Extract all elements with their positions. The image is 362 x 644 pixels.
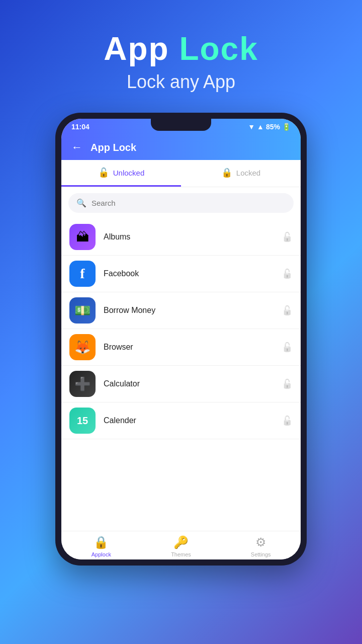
lock-icon[interactable]: 🔓	[282, 305, 293, 316]
status-icons: ▼ ▲ 85% 🔋	[248, 123, 291, 131]
settings-nav-icon: ⚙	[255, 535, 266, 549]
tab-locked[interactable]: 🔒 Locked	[181, 160, 301, 187]
settings-nav-label: Settings	[251, 551, 271, 557]
bottom-nav: 🔒 Applock 🔑 Themes ⚙ Settings	[61, 531, 301, 559]
app-name: Borrow Money	[104, 306, 282, 315]
hero-title-part2: Lock	[179, 31, 258, 67]
phone-frame: 11:04 ▼ ▲ 85% 🔋 ← App Lock 🔓 Unlocked 🔒 …	[55, 113, 307, 566]
applock-nav-icon: 🔒	[94, 535, 109, 549]
battery-icon: 🔋	[282, 123, 291, 131]
search-icon: 🔍	[76, 198, 86, 208]
app-header-title: App Lock	[90, 142, 136, 153]
search-input[interactable]	[92, 199, 286, 207]
hero-title-part1: App	[104, 31, 179, 67]
status-time: 11:04	[71, 123, 89, 131]
battery-level: 85%	[266, 123, 280, 131]
app-icon: 🏔	[69, 224, 96, 250]
list-item[interactable]: fFacebook🔓	[61, 256, 301, 292]
list-item[interactable]: 🏔Albums🔓	[61, 219, 301, 256]
app-icon: 💵	[69, 297, 96, 324]
tabs-section: 🔓 Unlocked 🔒 Locked	[61, 160, 301, 187]
lock-icon[interactable]: 🔓	[282, 415, 293, 426]
lock-icon[interactable]: 🔓	[282, 378, 293, 389]
app-icon: 🦊	[69, 334, 96, 360]
phone-notch	[151, 119, 211, 131]
unlocked-tab-label: Unlocked	[113, 169, 145, 177]
themes-nav-icon: 🔑	[173, 535, 189, 549]
lock-icon[interactable]: 🔓	[282, 231, 293, 243]
themes-nav-label: Themes	[171, 551, 191, 557]
phone-screen: 11:04 ▼ ▲ 85% 🔋 ← App Lock 🔓 Unlocked 🔒 …	[61, 119, 301, 559]
app-name: Calender	[104, 416, 282, 425]
hero-section: App Lock Lock any App	[0, 0, 362, 108]
search-bar: 🔍	[68, 193, 294, 213]
app-name: Facebook	[104, 269, 282, 278]
app-name: Albums	[104, 232, 282, 242]
signal-icon: ▲	[257, 123, 264, 131]
locked-tab-label: Locked	[236, 169, 260, 177]
app-name: Browser	[104, 343, 282, 352]
applock-nav-label: Applock	[92, 551, 111, 557]
nav-themes[interactable]: 🔑 Themes	[141, 535, 221, 557]
list-item[interactable]: 💵Borrow Money🔓	[61, 292, 301, 329]
list-item[interactable]: 15Calender🔓	[61, 403, 301, 439]
list-item[interactable]: 🦊Browser🔓	[61, 329, 301, 366]
app-list: 🏔Albums🔓fFacebook🔓💵Borrow Money🔓🦊Browser…	[61, 219, 301, 531]
tab-unlocked[interactable]: 🔓 Unlocked	[61, 160, 181, 187]
hero-subtitle: Lock any App	[0, 71, 362, 93]
app-icon: f	[69, 261, 96, 287]
app-icon: 15	[69, 408, 96, 434]
hero-title: App Lock	[0, 30, 362, 67]
wifi-icon: ▼	[248, 123, 255, 131]
nav-settings[interactable]: ⚙ Settings	[221, 535, 301, 557]
unlocked-tab-icon: 🔓	[98, 167, 109, 178]
app-header: ← App Lock	[61, 135, 301, 160]
app-icon: ➕	[69, 371, 96, 397]
nav-applock[interactable]: 🔒 Applock	[61, 535, 141, 557]
lock-icon[interactable]: 🔓	[282, 342, 293, 353]
back-button[interactable]: ←	[71, 141, 82, 154]
app-name: Calculator	[104, 379, 282, 388]
lock-icon[interactable]: 🔓	[282, 268, 293, 279]
list-item[interactable]: ➕Calculator🔓	[61, 366, 301, 403]
locked-tab-icon: 🔒	[221, 167, 232, 178]
